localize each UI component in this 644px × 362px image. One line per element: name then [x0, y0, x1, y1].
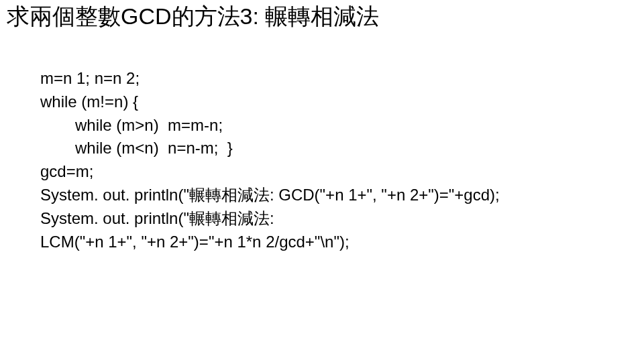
slide-title: 求兩個整數GCD的方法3: 輾轉相減法	[7, 3, 379, 30]
code-line: System. out. println("輾轉相減法:	[40, 207, 617, 231]
code-line: LCM("+n 1+", "+n 2+")="+n 1*n 2/gcd+"\n"…	[40, 231, 617, 254]
code-line: gcd=m;	[40, 160, 617, 184]
code-line: while (m!=n) {	[40, 90, 617, 114]
code-line: while (m>n) m=m-n;	[40, 114, 617, 137]
code-line: while (m<n) n=n-m; }	[40, 137, 617, 160]
slide-body: m=n 1; n=n 2; while (m!=n) { while (m>n)…	[40, 67, 617, 253]
slide: 求兩個整數GCD的方法3: 輾轉相減法 m=n 1; n=n 2; while …	[0, 0, 644, 362]
code-line: m=n 1; n=n 2;	[40, 67, 617, 90]
code-line: System. out. println("輾轉相減法: GCD("+n 1+"…	[40, 184, 617, 207]
